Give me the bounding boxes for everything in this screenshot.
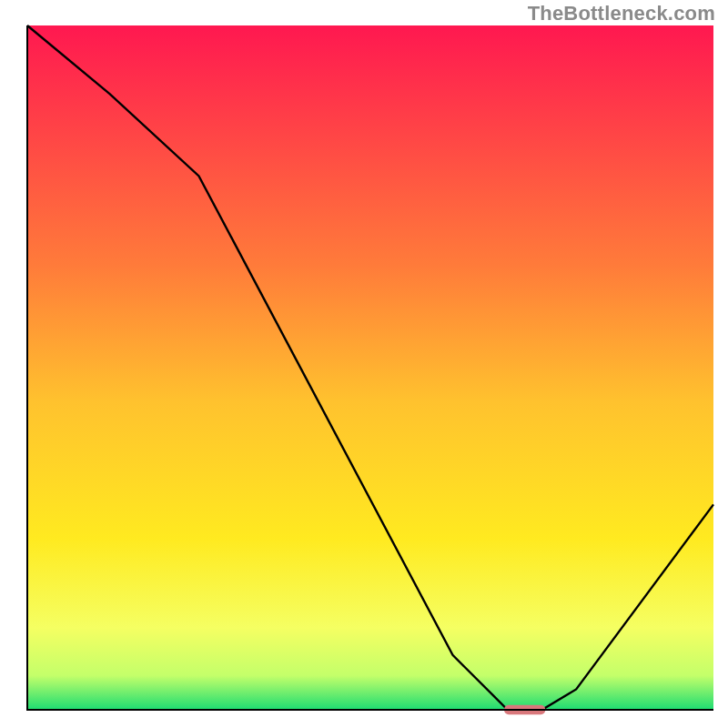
chart-root: TheBottleneck.com: [0, 0, 728, 728]
source-attribution: TheBottleneck.com: [528, 2, 715, 25]
plot-background: [27, 25, 713, 710]
bottleneck-chart: [0, 0, 728, 728]
